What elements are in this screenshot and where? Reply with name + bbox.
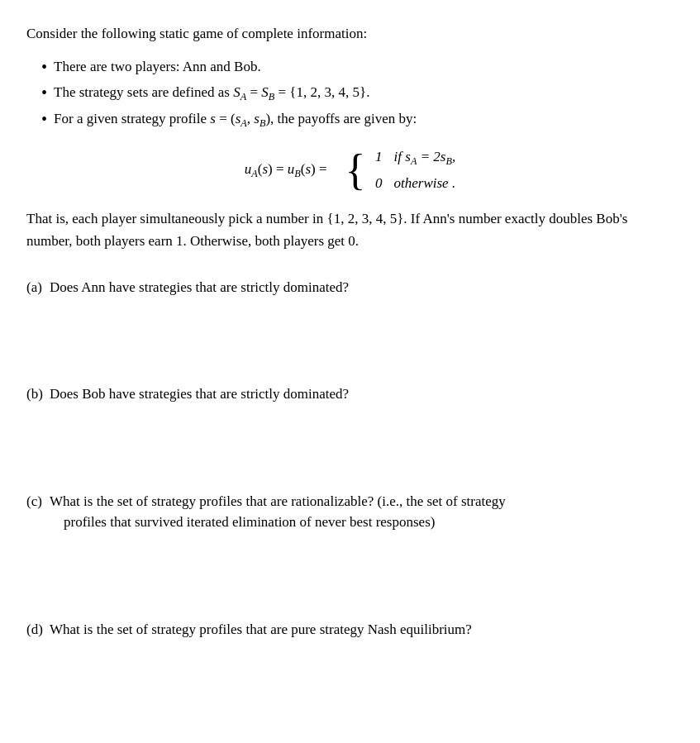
question-a-label: (a) Does Ann have strategies that are st… (26, 277, 674, 298)
spacer-a (26, 307, 674, 374)
question-c-part: (c) (26, 491, 45, 512)
bullet-dot-2: • (41, 82, 47, 103)
cases-rows: 1 if sA = 2sB, 0 otherwise . (374, 146, 456, 193)
question-b-part: (b) (26, 383, 45, 405)
bullet-text-3: For a given strategy profile s = (sA, sB… (54, 108, 417, 131)
intro-paragraph: Consider the following static game of co… (26, 23, 674, 45)
question-d: (d) What is the set of strategy profiles… (26, 609, 674, 650)
bullet-text-1: There are two players: Ann and Bob. (54, 56, 261, 78)
case-row-2: 0 otherwise . (374, 173, 456, 194)
bullet-list: • There are two players: Ann and Bob. • … (41, 56, 674, 131)
question-a-part: (a) (26, 277, 45, 298)
big-brace-icon: { (345, 149, 366, 192)
question-a-text: Does Ann have strategies that are strict… (50, 277, 674, 298)
case-row-1: 1 if sA = 2sB, (374, 146, 456, 169)
eq-lhs: uA(s) = uB(s) = (245, 159, 327, 182)
question-b: (b) Does Bob have strategies that are st… (26, 374, 674, 415)
question-b-text: Does Bob have strategies that are strict… (50, 383, 674, 405)
question-c: (c) What is the set of strategy profiles… (26, 481, 674, 543)
question-d-label: (d) What is the set of strategy profiles… (26, 619, 674, 641)
case-value-1: 1 (374, 146, 383, 168)
description-paragraph: That is, each player simultaneously pick… (26, 208, 674, 252)
bullet-dot-1: • (41, 56, 47, 78)
case-value-2: 0 (374, 173, 383, 194)
bullet-text-2: The strategy sets are defined as SA = SB… (54, 82, 369, 105)
question-b-label: (b) Does Bob have strategies that are st… (26, 383, 674, 405)
bullet-item-1: • There are two players: Ann and Bob. (41, 56, 674, 78)
bullet-item-2: • The strategy sets are defined as SA = … (41, 82, 674, 105)
case-condition-1: if sA = 2sB, (394, 146, 456, 169)
payoff-equation: uA(s) = uB(s) = { 1 if sA = 2sB, 0 other… (26, 146, 674, 193)
bullet-item-3: • For a given strategy profile s = (sA, … (41, 108, 674, 131)
question-c-label: (c) What is the set of strategy profiles… (26, 491, 674, 533)
question-a: (a) Does Ann have strategies that are st… (26, 267, 674, 308)
spacer-b (26, 415, 674, 481)
spacer-c (26, 543, 674, 609)
case-condition-2: otherwise . (394, 173, 456, 194)
question-d-text: What is the set of strategy profiles tha… (50, 619, 674, 641)
cases-block: { 1 if sA = 2sB, 0 otherwise . (345, 146, 456, 193)
question-c-text: What is the set of strategy profiles tha… (50, 491, 674, 533)
question-d-part: (d) (26, 619, 45, 641)
bullet-dot-3: • (41, 108, 47, 130)
